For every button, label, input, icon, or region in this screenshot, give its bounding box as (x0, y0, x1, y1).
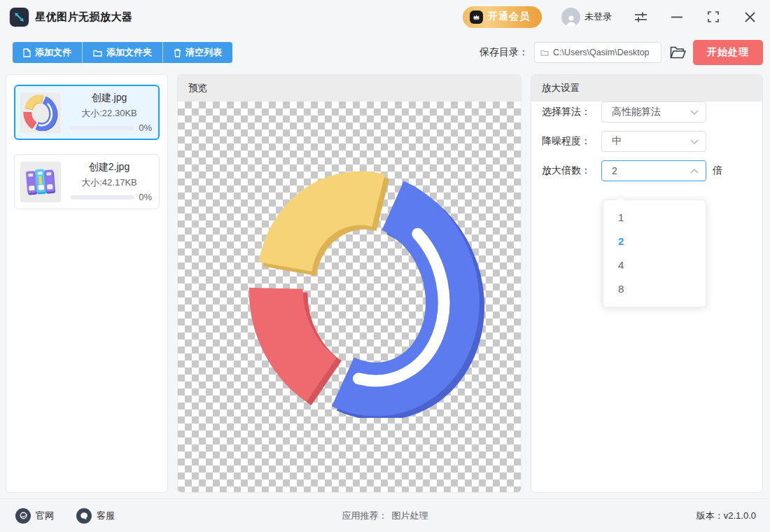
progress-bar (71, 195, 134, 200)
website-label: 官网 (36, 510, 54, 522)
preview-header: 预览 (178, 75, 521, 102)
algorithm-row: 选择算法： 高性能算法 (542, 102, 762, 122)
scale-select[interactable]: 2 (601, 160, 706, 181)
file-icon (23, 48, 31, 57)
progress-percent: 0% (139, 192, 152, 202)
preview-panel: 预览 (177, 74, 522, 493)
file-card-1[interactable]: 创建.jpg 大小:22.30KB 0% (14, 85, 160, 140)
chevron-down-icon (690, 139, 699, 144)
denoise-value: 中 (612, 135, 690, 148)
toolbar-right: 保存目录： 开始处理 (479, 40, 763, 65)
scale-option-1[interactable]: 1 (603, 206, 706, 230)
add-file-button[interactable]: 添加文件 (13, 42, 83, 63)
start-process-button[interactable]: 开始处理 (693, 40, 763, 65)
recommend-link[interactable]: 图片处理 (392, 510, 428, 522)
file-card-2[interactable]: 创建2.jpg 大小:42.17KB 0% (14, 154, 160, 209)
trash-icon (174, 48, 181, 57)
scale-row: 放大倍数： 2 倍 (542, 160, 762, 181)
file-info: 创建2.jpg 大小:42.17KB 0% (66, 161, 152, 202)
file-name: 创建.jpg (92, 92, 127, 104)
scale-option-2[interactable]: 2 (603, 230, 706, 253)
titlebar-left: 星优图片无损放大器 (10, 8, 133, 27)
file-thumbnail-books (20, 162, 61, 202)
progress-percent: 0% (139, 122, 152, 133)
recommend-label: 应用推荐： (342, 510, 388, 522)
add-folder-button[interactable]: 添加文件夹 (83, 42, 163, 63)
add-folder-label: 添加文件夹 (106, 46, 152, 59)
vip-button[interactable]: 开通会员 (463, 6, 542, 28)
account-area[interactable]: 未登录 (561, 8, 612, 27)
browse-folder-button[interactable] (670, 46, 686, 59)
file-size: 大小:22.30KB (81, 107, 137, 120)
add-file-label: 添加文件 (35, 46, 71, 59)
vip-button-label: 开通会员 (488, 10, 530, 23)
save-dir-label: 保存目录： (479, 46, 528, 59)
scale-label: 放大倍数： (542, 164, 598, 177)
browser-e-icon (15, 508, 31, 524)
file-info: 创建.jpg 大小:22.30KB 0% (66, 92, 152, 133)
progress-row: 0% (66, 192, 152, 202)
scale-value: 2 (612, 165, 690, 176)
denoise-row: 降噪程度： 中 (542, 131, 762, 152)
app-title: 星优图片无损放大器 (35, 10, 133, 24)
app-window: 星优图片无损放大器 开通会员 未登录 (0, 0, 770, 532)
app-logo-icon (10, 8, 29, 27)
denoise-label: 降噪程度： (542, 135, 598, 148)
maximize-button[interactable] (706, 9, 721, 24)
close-button[interactable] (742, 9, 757, 24)
file-name: 创建2.jpg (89, 161, 130, 174)
toolbar: 添加文件 添加文件夹 清空列表 保存目录： (0, 34, 770, 71)
app-recommend: 应用推荐： 图片处理 (342, 510, 428, 522)
chat-bubble-icon (76, 508, 92, 524)
scale-option-8[interactable]: 8 (603, 277, 706, 301)
chevron-up-icon (690, 169, 699, 174)
progress-row: 0% (66, 122, 152, 133)
file-list-panel: 创建.jpg 大小:22.30KB 0% (6, 74, 168, 493)
file-thumbnail-donut (20, 92, 61, 133)
version-text: 版本：v2.1.0.0 (696, 510, 756, 522)
folder-icon (93, 49, 102, 57)
clear-list-label: 清空列表 (186, 46, 222, 59)
file-size: 大小:42.17KB (81, 176, 137, 189)
save-dir-input[interactable] (553, 48, 666, 57)
preview-image-donut-chart (244, 169, 492, 418)
titlebar-right: 开通会员 未登录 (463, 6, 757, 28)
minimize-button[interactable] (669, 9, 685, 24)
save-dir-field[interactable] (534, 42, 662, 63)
website-link[interactable]: 官网 (15, 508, 54, 524)
preview-canvas (178, 102, 521, 492)
scale-options-dropdown: 1 2 4 8 (603, 200, 706, 307)
algorithm-label: 选择算法： (542, 106, 598, 118)
support-label: 客服 (97, 510, 115, 522)
algorithm-value: 高性能算法 (612, 106, 690, 118)
algorithm-select[interactable]: 高性能算法 (601, 102, 706, 122)
avatar-icon (561, 8, 580, 27)
chevron-down-icon (690, 110, 699, 115)
login-status: 未登录 (584, 10, 612, 23)
main-area: 创建.jpg 大小:22.30KB 0% (0, 71, 770, 498)
footer: 官网 客服 应用推荐： 图片处理 版本：v2.1.0.0 (0, 498, 770, 532)
scale-option-4[interactable]: 4 (603, 253, 706, 277)
folder-small-icon (540, 49, 549, 56)
settings-panel: 放大设置 选择算法： 高性能算法 降噪程度： 中 (531, 74, 763, 493)
file-actions-group: 添加文件 添加文件夹 清空列表 (13, 42, 232, 63)
titlebar: 星优图片无损放大器 开通会员 未登录 (0, 0, 770, 34)
settings-sliders-icon[interactable] (633, 9, 648, 24)
support-link[interactable]: 客服 (76, 508, 115, 524)
progress-bar (71, 126, 134, 130)
crown-icon (470, 10, 483, 24)
denoise-select[interactable]: 中 (601, 131, 706, 152)
clear-list-button[interactable]: 清空列表 (163, 42, 232, 63)
settings-header: 放大设置 (531, 75, 762, 102)
scale-unit: 倍 (713, 164, 722, 177)
